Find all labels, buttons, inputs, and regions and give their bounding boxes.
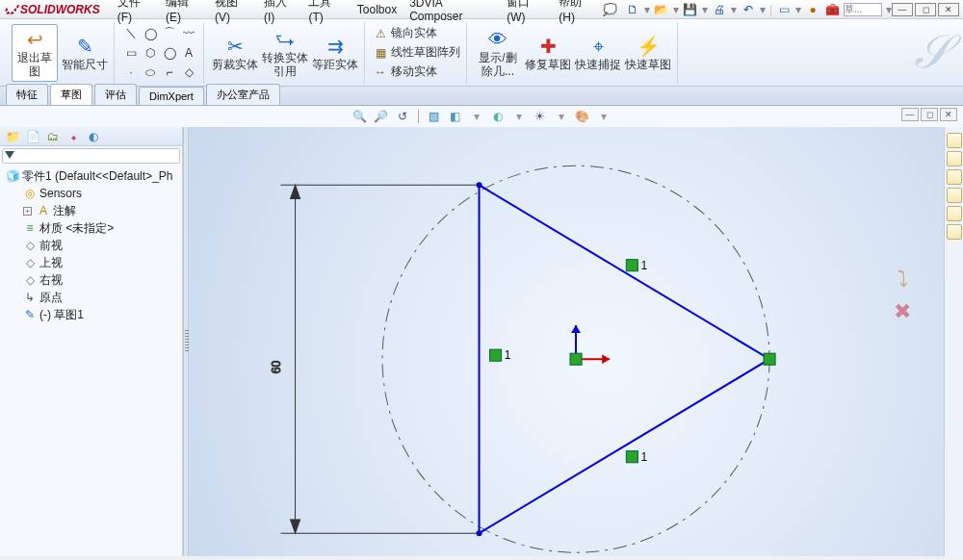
scene-icon[interactable]: ☀ [532,108,549,125]
tree-root[interactable]: 🧊 零件1 (Default<<Default>_Ph [2,167,180,185]
tab-sketch[interactable]: 草图 [50,84,92,105]
fillet-tool-icon[interactable]: ⌐ [161,64,178,81]
tree-right-plane[interactable]: ◇ 右视 [2,271,180,289]
slot-tool-icon[interactable]: ⬭ [142,64,159,81]
tab-office[interactable]: 办公室产品 [206,84,280,105]
tab-dimxpert[interactable]: DimXpert [139,87,204,105]
open-icon[interactable]: 📂 [654,2,669,17]
dimension-icon: ✎ [72,34,97,59]
fm-filter-input[interactable] [2,148,180,164]
options-icon[interactable]: 🧰 [824,2,840,17]
rapid-sketch-button[interactable]: ⚡ 快速草图 [625,24,671,82]
svg-rect-11 [490,349,502,361]
convert-button[interactable]: ⮑ 转换实体引用 [262,24,308,82]
tree-origin[interactable]: ↳ 原点 [2,289,180,306]
fm-tree-tab-icon[interactable]: 📁 [3,129,22,144]
plane-tool-icon[interactable]: ◇ [180,64,197,81]
mirror-button[interactable]: ⚠镜向实体 [373,25,460,42]
circle-tool-icon[interactable]: ◯ [142,25,159,42]
move-entities-button[interactable]: ↔移动实体 [373,64,460,81]
show-delete-button[interactable]: 👁 显示/删除几... [475,24,521,82]
polygon-tool-icon[interactable]: ⬡ [142,44,159,62]
trim-button[interactable]: ✂ 剪裁实体 [212,24,258,82]
prev-view-icon[interactable]: ↺ [394,108,411,125]
confirm-corner-close-icon[interactable]: ✖ [890,299,915,324]
rail-library-icon[interactable] [947,151,962,166]
spline-tool-icon[interactable]: 〰 [180,25,197,42]
part-icon: 🧊 [6,169,19,183]
dimension-60[interactable]: 60 [270,185,479,533]
expand-icon[interactable]: + [23,207,32,216]
snap-icon: ⌖ [586,34,611,59]
svg-rect-10 [570,353,582,365]
rail-resources-icon[interactable] [947,133,962,148]
view-settings-icon[interactable]: ▾ [595,108,612,125]
select-icon[interactable]: ▭ [776,2,792,17]
offset-button[interactable]: ⇉ 等距实体 [312,24,358,82]
tree-annotations[interactable]: + A 注解 [2,202,180,219]
quick-snap-button[interactable]: ⌖ 快速捕捉 [575,24,621,82]
zoom-fit-icon[interactable]: 🔍 [351,108,369,125]
print-icon[interactable]: 🖨 [712,2,727,17]
save-icon[interactable]: 💾 [683,2,698,17]
rail-appearance-icon[interactable] [947,206,962,221]
point-tool-icon[interactable]: · [122,64,140,81]
tree-top-plane[interactable]: ◇ 上视 [2,254,180,271]
tab-features[interactable]: 特征 [6,84,48,105]
fm-tab-strip: 📁 📄 🗂 ⬥ ◐ [0,127,182,146]
plane-icon: ◇ [23,273,37,287]
text-tool-icon[interactable]: A [180,44,197,62]
window-minimize-button[interactable]: — [892,3,913,16]
fm-config-tab-icon[interactable]: 🗂 [43,129,63,144]
perspective-icon[interactable]: ▾ [553,108,570,125]
zoom-area-icon[interactable]: 🔎 [373,108,390,125]
repair-sketch-button[interactable]: ✚ 修复草图 [525,24,571,82]
feature-tree[interactable]: 🧊 零件1 (Default<<Default>_Ph ◎ Sensors + … [0,164,182,556]
window-restore-button[interactable]: ◻ [915,3,936,16]
sketch-svg: 60 1 1 1 [189,127,944,560]
arc-tool-icon[interactable]: ⌒ [161,25,178,42]
fm-display-tab-icon[interactable]: ◐ [84,129,103,144]
exit-sketch-button[interactable]: ↩ 退出草图 [12,24,58,82]
section-view-icon[interactable]: ▧ [426,108,443,125]
rect-tool-icon[interactable]: ▭ [122,44,140,62]
rebuild-icon[interactable]: ● [805,2,820,17]
shaded-icon[interactable]: ◐ [489,108,507,125]
apply-scene-icon[interactable]: 🎨 [574,108,591,125]
tab-evaluate[interactable]: 评估 [94,84,137,105]
mdi-restore-button[interactable]: ◻ [921,108,938,121]
graphics-area[interactable]: 60 1 1 1 ⤵ ✖ [189,127,944,556]
smart-dimension-button[interactable]: ✎ 智能尺寸 [62,24,108,82]
tree-material[interactable]: ≡ 材质 <未指定> [2,219,180,237]
rail-explorer-icon[interactable] [947,169,962,185]
confirm-corner-arrow-icon[interactable]: ⤵ [890,267,915,292]
rail-view-icon[interactable] [947,188,962,203]
view-orient-icon[interactable]: ◧ [447,108,464,125]
fm-property-tab-icon[interactable]: 📄 [23,129,42,144]
menu-toolbox[interactable]: Toolbox [351,1,403,18]
rail-custom-icon[interactable] [947,224,962,240]
mdi-close-button[interactable]: ✕ [940,108,957,121]
tree-front-plane[interactable]: ◇ 前视 [2,237,180,254]
window-close-button[interactable]: ✕ [938,3,959,16]
mdi-window-buttons: — ◻ ✕ [901,108,957,121]
help-balloon-icon[interactable]: 💭 [603,3,617,16]
plane-icon: ◇ [23,239,37,252]
tree-sensors[interactable]: ◎ Sensors [2,185,180,202]
linear-pattern-button[interactable]: ▦线性草图阵列 [373,44,460,62]
fm-dim-tab-icon[interactable]: ⬥ [64,129,83,144]
convert-icon: ⮑ [273,27,298,52]
tree-sketch1[interactable]: ✎ (-) 草图1 [2,306,180,323]
new-icon[interactable]: 🗋 [625,2,640,17]
modify-column: ⚠镜向实体 ▦线性草图阵列 ↔移动实体 [373,25,460,81]
line-tool-icon[interactable]: ＼ [122,25,140,42]
mdi-minimize-button[interactable]: — [901,108,919,121]
svg-rect-15 [626,451,638,463]
display-style-icon[interactable]: ▾ [468,108,485,125]
task-pane-icons: ⤵ ✖ [890,267,915,324]
svg-text:1: 1 [640,259,647,272]
ellipse-tool-icon[interactable]: ◯ [161,44,178,62]
hidden-icon[interactable]: ▾ [510,108,528,125]
search-input[interactable] [844,3,882,16]
undo-icon[interactable]: ↶ [741,2,756,17]
